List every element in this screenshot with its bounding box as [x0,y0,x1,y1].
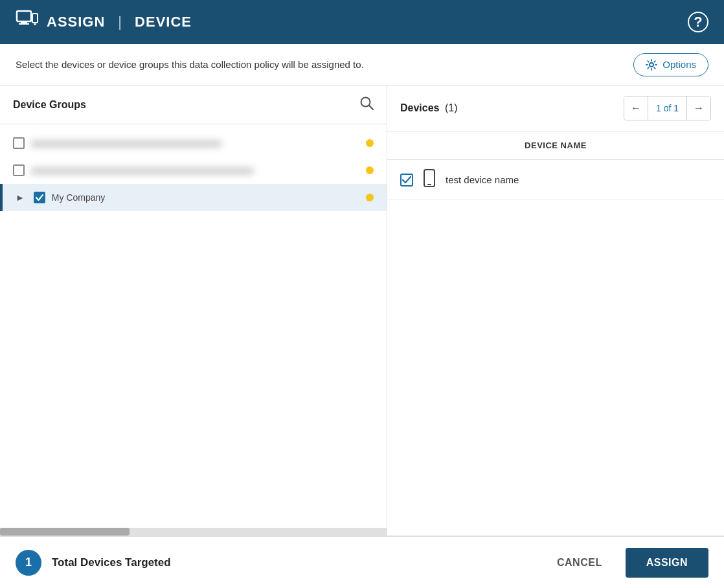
device-name-text: test device name [446,174,519,185]
svg-rect-5 [34,24,36,25]
group-label-2: xxxxxxxxxxxxxxxxxxxxxxxxxxxxxxxxxxxxxxxx… [31,165,359,175]
main-content: Device Groups xxxxxxxxxxxxxxxxxxxxxxxxxx… [0,85,724,536]
tree-item-my-company[interactable]: ► My Company [0,184,387,211]
tree-item[interactable]: xxxxxxxxxxxxxxxxxxxxxxxxxxxxxxxxxxxxxxxx… [0,157,387,184]
device-checkbox-1[interactable] [400,174,413,187]
group-checkbox-mycompany[interactable] [34,192,45,203]
gear-icon [646,59,657,71]
search-button[interactable] [359,96,374,113]
status-dot-mycompany [366,194,374,201]
device-groups-panel: Device Groups xxxxxxxxxxxxxxxxxxxxxxxxxx… [0,85,387,536]
scrollbar-thumb[interactable] [0,528,130,536]
device-icon [422,169,436,190]
footer-left: 1 Total Devices Targeted [16,550,171,576]
options-label: Options [662,59,696,70]
devices-panel: Devices (1) ← 1 of 1 → DEVICE NAME [387,85,724,536]
devices-label: Devices [400,102,440,113]
devices-count: (1) [445,102,458,113]
status-dot-2 [366,166,374,174]
devices-title: Devices (1) [400,102,458,114]
svg-rect-2 [19,23,29,25]
device-name-column-header: DEVICE NAME [387,131,724,160]
svg-point-6 [650,63,653,67]
pagination: ← 1 of 1 → [624,96,711,120]
header-title-device: DEVICE [135,14,192,30]
svg-rect-1 [21,21,27,23]
footer-right: CANCEL ASSIGN [544,548,708,578]
svg-rect-0 [17,11,31,21]
footer: 1 Total Devices Targeted CANCEL ASSIGN [0,536,724,588]
pagination-next-button[interactable]: → [687,96,710,120]
cancel-button[interactable]: CANCEL [544,549,615,576]
device-row[interactable]: test device name [387,160,724,200]
options-button[interactable]: Options [633,53,708,76]
group-label-1: xxxxxxxxxxxxxxxxxxxxxxxxxxxxxxxxxxxxxxxx… [31,138,359,148]
assign-device-icon [16,10,39,35]
device-groups-header: Device Groups [0,85,387,124]
header-divider: | [118,14,122,30]
subheader-description: Select the devices or device groups this… [16,59,364,70]
header-title-assign: ASSIGN [47,14,105,30]
assign-button[interactable]: ASSIGN [626,548,708,578]
header: ASSIGN | DEVICE ? [0,0,724,44]
tree-item[interactable]: xxxxxxxxxxxxxxxxxxxxxxxxxxxxxxxxxxxxxxxx… [0,130,387,157]
group-label-mycompany: My Company [52,192,359,203]
footer-total-label: Total Devices Targeted [52,556,171,569]
device-groups-title: Device Groups [13,99,86,111]
expand-arrow-icon[interactable]: ► [16,192,25,203]
svg-rect-3 [32,14,38,23]
pagination-label: 1 of 1 [648,96,687,120]
devices-header: Devices (1) ← 1 of 1 → [387,85,724,131]
svg-line-8 [369,106,373,109]
device-groups-list: xxxxxxxxxxxxxxxxxxxxxxxxxxxxxxxxxxxxxxxx… [0,124,387,536]
group-checkbox-2[interactable] [13,164,25,176]
group-checkbox-1[interactable] [13,137,25,149]
status-dot-1 [366,139,374,147]
pagination-prev-button[interactable]: ← [624,96,648,120]
help-button[interactable]: ? [688,12,708,32]
total-count-badge: 1 [16,550,41,576]
horizontal-scrollbar[interactable] [0,528,387,536]
subheader: Select the devices or device groups this… [0,44,724,85]
header-left: ASSIGN | DEVICE [16,10,192,35]
